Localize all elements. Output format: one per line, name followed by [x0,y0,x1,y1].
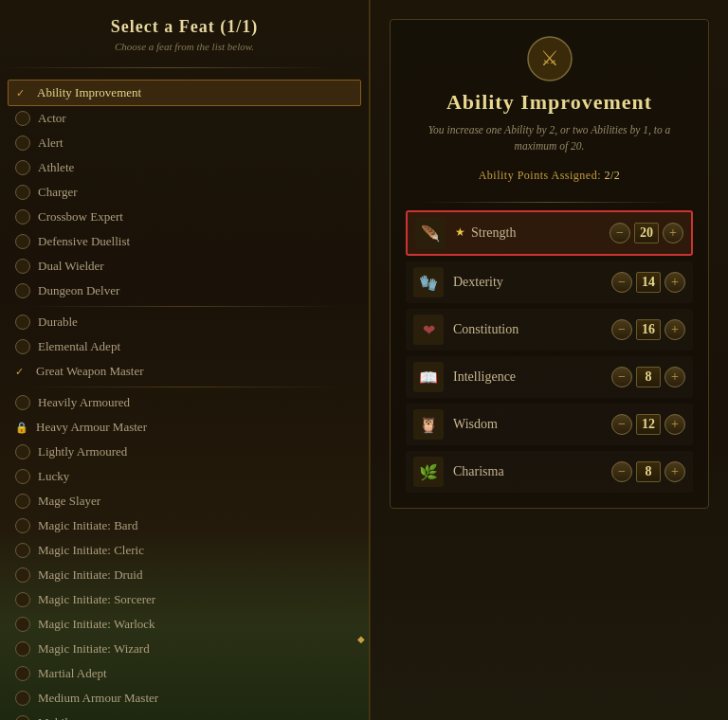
feat-item-lightly-armoured[interactable]: Lightly Armoured [8,440,361,464]
feat-item-martial-adept[interactable]: Martial Adept [8,661,361,686]
feat-item-mage-slayer[interactable]: Mage Slayer [8,489,361,513]
feat-item-magic-initiate-bard[interactable]: Magic Initiate: Bard [8,513,361,538]
radio-button[interactable] [15,209,30,225]
radio-button[interactable] [15,469,30,484]
feat-item-elemental-adept[interactable]: Elemental Adept [8,334,361,359]
ability-increase-constitution[interactable]: + [664,319,685,340]
ability-icon-charisma: 🌿 [413,457,444,487]
radio-button[interactable] [15,617,30,632]
radio-button[interactable] [15,494,30,509]
ability-row-dexterity: 🧤 Dexterity − 14 + [406,261,693,303]
feat-item-crossbow-expert[interactable]: Crossbow Expert [8,205,361,229]
radio-button[interactable] [15,395,30,410]
ability-icon-dexterity: 🧤 [413,267,444,297]
divider [0,67,332,68]
feat-item-medium-armour-master[interactable]: Medium Armour Master [8,686,361,711]
radio-button[interactable] [15,160,30,175]
radio-button[interactable] [15,543,30,558]
radio-button[interactable] [15,111,30,126]
feat-item-label: Mage Slayer [38,494,100,509]
radio-button[interactable] [15,641,30,657]
ability-controls-wisdom: − 12 + [611,414,685,435]
radio-button[interactable] [15,234,30,249]
ability-decrease-intelligence[interactable]: − [611,367,632,387]
ability-decrease-wisdom[interactable]: − [611,414,632,435]
feat-item-label: Magic Initiate: Sorcerer [38,592,155,607]
feat-item-heavy-armour-master[interactable]: 🔒Heavy Armour Master [8,415,361,440]
ability-decrease-dexterity[interactable]: − [611,272,632,293]
radio-button[interactable] [15,339,30,354]
radio-button[interactable] [15,135,30,151]
feat-item-label: Alert [38,135,64,151]
feat-item-mobile[interactable]: Mobile [8,711,361,720]
ability-increase-dexterity[interactable]: + [664,272,685,293]
feat-item-durable[interactable]: Durable [8,310,361,334]
feat-item-label: Martial Adept [38,666,107,681]
feat-item-dual-wielder[interactable]: Dual Wielder [8,254,361,279]
feat-item-alert[interactable]: Alert [8,131,361,155]
ability-value-dexterity: 14 [636,272,661,293]
feat-item-magic-initiate-warlock[interactable]: Magic Initiate: Warlock [8,612,361,637]
feat-item-heavily-armoured[interactable]: Heavily Armoured [8,390,361,415]
star-icon: ★ [455,225,465,240]
svg-text:⚔: ⚔ [540,46,559,70]
feat-item-magic-initiate-cleric[interactable]: Magic Initiate: Cleric [8,538,361,563]
radio-button[interactable] [15,715,30,720]
feat-item-label: Elemental Adept [38,339,120,354]
feat-item-athlete[interactable]: Athlete [8,155,361,180]
radio-button[interactable] [15,666,30,681]
svg-text:❤: ❤ [423,322,435,338]
feat-item-charger[interactable]: Charger [8,180,361,205]
scroll-indicator: ◆ [357,634,365,644]
ability-increase-strength[interactable]: + [663,223,683,243]
feat-item-magic-initiate-sorcerer[interactable]: Magic Initiate: Sorcerer [8,587,361,612]
radio-button[interactable] [15,518,30,533]
feat-item-label: Great Weapon Master [36,364,144,379]
feat-item-lucky[interactable]: Lucky [8,464,361,489]
feat-item-label: Magic Initiate: Bard [38,518,137,533]
ability-icon-wisdom: 🦉 [413,409,444,440]
radio-button[interactable] [15,444,30,459]
feat-item-label: Charger [38,185,78,200]
panel-subtitle: Choose a feat from the list below. [0,41,369,60]
radio-button[interactable] [15,315,30,330]
ability-increase-intelligence[interactable]: + [664,367,685,387]
ability-row-wisdom: 🦉 Wisdom − 12 + [406,404,693,445]
svg-text:🦉: 🦉 [419,416,438,434]
feat-item-label: Crossbow Expert [38,209,123,225]
ability-row-intelligence: 📖 Intelligence − 8 + [406,356,693,398]
feat-item-label: Defensive Duellist [38,234,130,249]
radio-button[interactable] [15,283,30,298]
ability-increase-wisdom[interactable]: + [664,414,685,435]
feat-item-dungeon-delver[interactable]: Dungeon Delver [8,279,361,303]
ability-increase-charisma[interactable]: + [664,461,685,482]
radio-button[interactable] [15,185,30,200]
ability-icon-strength: 🪶 [415,218,446,248]
ability-value-intelligence: 8 [636,367,661,387]
ability-controls-charisma: − 8 + [611,461,685,482]
ability-row-strength: 🪶 ★ Strength − 20 + [406,210,693,256]
ability-row-charisma: 🌿 Charisma − 8 + [406,451,693,493]
ability-controls-constitution: − 16 + [611,319,685,340]
feat-item-actor[interactable]: Actor [8,106,361,131]
radio-button[interactable] [15,691,30,706]
feat-item-magic-initiate-druid[interactable]: Magic Initiate: Druid [8,563,361,587]
ability-name-dexterity: Dexterity [453,275,602,290]
feat-item-label: Magic Initiate: Druid [38,567,142,583]
feat-item-label: Magic Initiate: Wizard [38,641,150,657]
ability-decrease-charisma[interactable]: − [611,461,632,482]
feat-item-defensive-duellist[interactable]: Defensive Duellist [8,229,361,254]
ability-decrease-constitution[interactable]: − [611,319,632,340]
ability-points-value: 2/2 [605,169,621,182]
svg-text:📖: 📖 [419,369,438,387]
feat-item-ability-improvement[interactable]: ✓Ability Improvement [8,80,361,106]
feat-item-magic-initiate-wizard[interactable]: Magic Initiate: Wizard [8,637,361,661]
radio-button[interactable] [15,592,30,607]
feat-item-label: Lightly Armoured [38,444,127,459]
radio-button[interactable] [15,259,30,274]
feat-item-great-weapon-master[interactable]: ✓Great Weapon Master [8,359,361,384]
feat-item-label: Ability Improvement [37,85,141,100]
radio-button[interactable] [15,567,30,583]
feat-item-label: Durable [38,315,78,330]
ability-decrease-strength[interactable]: − [610,223,630,243]
